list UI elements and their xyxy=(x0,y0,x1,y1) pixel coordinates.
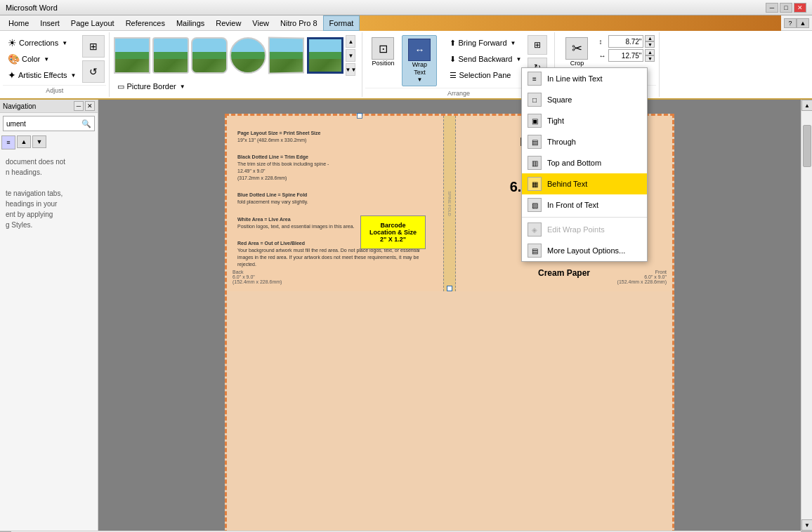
wrap-top-bottom-icon: ▥ xyxy=(528,156,542,170)
wrap-text-button[interactable]: ↔ WrapText ▼ xyxy=(402,35,437,86)
width-row: ↔ ▲ ▼ xyxy=(598,49,655,62)
artistic-icon: ✦ xyxy=(8,69,16,81)
corrections-dropdown-arrow: ▼ xyxy=(62,40,67,46)
help-button[interactable]: ? xyxy=(784,18,797,28)
styles-scroll-more[interactable]: ▼▼ xyxy=(346,63,355,76)
ribbon-content: ☀ Corrections ▼ 🎨 Color ▼ ✦ Artistic Eff… xyxy=(0,31,812,98)
search-icon[interactable]: 🔍 xyxy=(79,118,94,130)
style-thumb-3[interactable] xyxy=(191,37,228,74)
spine-divider: SPINE FOLD xyxy=(443,116,456,291)
compress-button[interactable]: ⊞ xyxy=(82,35,105,58)
wrap-inline-icon: ≡ xyxy=(528,72,542,86)
crop-button[interactable]: ✂ Crop xyxy=(559,35,594,69)
panel-header: Navigation ─ ✕ xyxy=(0,100,98,113)
menu-home[interactable]: Home xyxy=(3,15,34,31)
height-down[interactable]: ▼ xyxy=(645,41,655,48)
nav-arrows: ≡ ▲ ▼ xyxy=(0,134,98,151)
wrap-front-of-text[interactable]: ▧ In Front of Text xyxy=(522,194,647,215)
send-backward-button[interactable]: ⬇ Send Backward ▼ xyxy=(446,51,525,67)
wrap-square[interactable]: □ Square xyxy=(522,89,647,110)
style-thumb-6[interactable] xyxy=(307,37,343,74)
height-icon: ↕ xyxy=(598,38,607,46)
app-title: Microsoft Word xyxy=(6,4,58,12)
headings-tab[interactable]: ≡ xyxy=(1,135,15,149)
maximize-button[interactable]: □ xyxy=(780,3,792,13)
corrections-button[interactable]: ☀ Corrections ▼ xyxy=(4,35,79,51)
left-panel: Navigation ─ ✕ 🔍 ≡ ▲ ▼ document does not… xyxy=(0,100,98,531)
wrap-tight-icon: ▣ xyxy=(528,114,542,128)
wrap-text-dropdown: ≡ In Line with Text □ Square ▣ Tight ▤ T… xyxy=(521,67,648,262)
wrap-inline[interactable]: ≡ In Line with Text xyxy=(522,68,647,89)
selection-handle-spine[interactable] xyxy=(447,286,452,291)
format-tab-highlight xyxy=(360,15,781,31)
style-thumb-5[interactable] xyxy=(268,36,304,74)
crop-icon: ✂ xyxy=(565,37,588,60)
menu-references[interactable]: References xyxy=(120,15,171,31)
width-up[interactable]: ▲ xyxy=(645,49,655,55)
align-button[interactable]: ⊞ xyxy=(528,35,547,55)
bring-forward-button[interactable]: ⬆ Bring Forward ▼ xyxy=(446,35,525,51)
menu-format[interactable]: Format xyxy=(323,15,360,31)
menu-mailings[interactable]: Mailings xyxy=(171,15,210,31)
width-input[interactable] xyxy=(608,49,643,62)
wrap-dropdown-arrow: ▼ xyxy=(417,77,422,83)
corrections-icon: ☀ xyxy=(8,37,17,48)
vertical-scrollbar[interactable] xyxy=(801,111,812,519)
height-input[interactable] xyxy=(608,35,643,48)
front-label: Front 6.0" x 9.0" (152.4mm x 228.6mm) xyxy=(617,270,667,284)
wrap-through[interactable]: ▤ Through xyxy=(522,131,647,152)
menu-page-layout[interactable]: Page Layout xyxy=(65,15,120,31)
scroll-down-button[interactable]: ▼ xyxy=(801,519,812,531)
collapse-ribbon[interactable]: ▲ xyxy=(797,18,809,28)
styles-scroll-up[interactable]: ▲ xyxy=(346,35,355,48)
wrap-through-icon: ▤ xyxy=(528,135,542,149)
width-down[interactable]: ▼ xyxy=(645,55,655,62)
bf-dropdown-arrow: ▼ xyxy=(511,40,516,46)
menu-view[interactable]: View xyxy=(247,15,275,31)
color-button[interactable]: 🎨 Color ▼ xyxy=(4,51,79,67)
color-dropdown-arrow: ▼ xyxy=(44,56,49,62)
panel-minimize[interactable]: ─ xyxy=(74,101,84,111)
nav-down[interactable]: ▼ xyxy=(32,135,46,148)
height-spinner: ▲ ▼ xyxy=(645,35,655,48)
search-input[interactable] xyxy=(4,120,79,128)
close-button[interactable]: ✕ xyxy=(794,3,806,13)
ribbon-group-adjust: ☀ Corrections ▼ 🎨 Color ▼ ✦ Artistic Eff… xyxy=(0,32,110,97)
wrap-behind-text[interactable]: ▦ Behind Text xyxy=(522,173,647,194)
panel-close[interactable]: ✕ xyxy=(85,101,95,111)
scroll-thumb[interactable] xyxy=(803,125,811,167)
picture-border-icon: ▭ xyxy=(117,82,124,91)
more-layout-options[interactable]: ▤ More Layout Options... xyxy=(522,240,647,261)
wrap-tight[interactable]: ▣ Tight xyxy=(522,110,647,131)
scroll-up-button[interactable]: ▲ xyxy=(801,100,812,111)
edit-wrap-points: ◈ Edit Wrap Points xyxy=(522,219,647,240)
content-area[interactable]: Page Layout Size = Print Sheet Size 19"x… xyxy=(98,100,801,531)
wrap-top-bottom[interactable]: ▥ Top and Bottom xyxy=(522,152,647,173)
style-thumb-4[interactable] xyxy=(230,37,266,74)
search-box: 🔍 xyxy=(3,116,95,131)
window-controls: ─ □ ✕ xyxy=(766,3,806,13)
menu-insert[interactable]: Insert xyxy=(34,15,65,31)
bring-forward-icon: ⬆ xyxy=(450,39,456,48)
menu-nitro[interactable]: Nitro Pro 8 xyxy=(275,15,323,31)
wrap-behind-icon: ▦ xyxy=(528,177,542,191)
more-layout-icon: ▤ xyxy=(528,244,542,258)
panel-text: document does notn headings.te navigatio… xyxy=(6,157,92,230)
color-icon: 🎨 xyxy=(8,53,20,65)
minimize-button[interactable]: ─ xyxy=(766,3,778,13)
back-label: Back 6.0" x 9.0" (152.4mm x 228.6mm) xyxy=(233,270,282,284)
height-up[interactable]: ▲ xyxy=(645,35,655,41)
sb-dropdown-arrow: ▼ xyxy=(516,56,521,62)
position-button[interactable]: ⊡ Position xyxy=(367,35,399,69)
menu-review[interactable]: Review xyxy=(210,15,247,31)
selection-pane-button[interactable]: ☰ Selection Pane xyxy=(446,67,525,83)
style-thumb-2[interactable] xyxy=(152,37,189,74)
style-thumb-1[interactable] xyxy=(114,37,150,74)
compress-reset-btns: ⊞ ↺ xyxy=(82,35,105,83)
styles-scroll-down[interactable]: ▼ xyxy=(346,49,355,62)
artistic-effects-button[interactable]: ✦ Artistic Effects ▼ xyxy=(4,67,79,83)
reset-button[interactable]: ↺ xyxy=(82,60,105,83)
picture-border-button[interactable]: ▭ Picture Border ▼ xyxy=(114,79,188,94)
crop-and-inputs: ✂ Crop ↕ ▲ ▼ ↔ xyxy=(559,35,655,69)
nav-up[interactable]: ▲ xyxy=(17,135,31,148)
